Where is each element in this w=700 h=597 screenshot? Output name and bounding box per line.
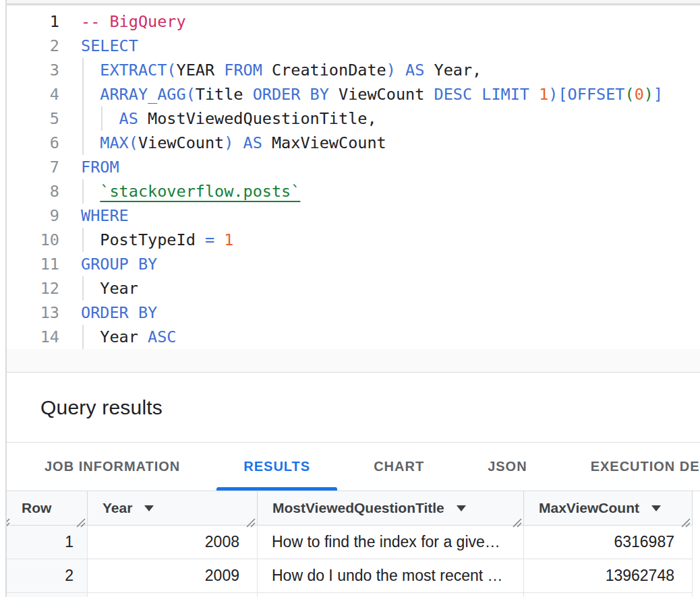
query-results-header: Query results [7,373,700,443]
line-number: 2 [7,34,59,58]
code-token: GROUP BY [81,255,157,274]
code-token: 1 [539,85,548,104]
column-label: Year [103,500,132,516]
code-token [81,85,100,104]
code-token: ViewCount [329,85,434,104]
indent-guide [82,58,84,82]
code-token: 1 [224,230,233,249]
column-header-year[interactable]: Year [88,491,258,525]
code-text: SELECT [81,34,138,58]
code-line[interactable]: 6 MAX(ViewCount) AS MaxViewCount [7,131,700,155]
code-token: ) [644,85,653,104]
code-token: WHERE [81,206,129,225]
code-token: ] [653,85,663,104]
code-text: MAX(ViewCount) AS MaxViewCount [81,131,386,155]
code-token: ORDER BY [81,303,157,322]
line-number: 11 [7,252,59,276]
code-token [81,109,119,128]
line-number: 6 [7,131,59,155]
indent-guide [82,131,84,155]
code-token: ViewCount [138,133,224,152]
code-token: CreationDate [262,61,386,80]
cell-year: 2009 [88,559,258,592]
code-token: Year, [424,61,482,80]
cell-row: 1 [7,526,88,559]
sql-editor[interactable]: 1-- BigQuery2SELECT3 EXTRACT(YEAR FROM C… [7,5,700,373]
tab-chart[interactable]: CHART [347,443,451,491]
tab-job-information[interactable]: JOB INFORMATION [18,443,207,491]
editor-tabbar-edge [7,0,700,5]
code-line[interactable]: 9WHERE [7,203,700,228]
column-resize-grip[interactable] [680,515,691,525]
active-tab-indicator [216,487,337,491]
cell-year: 2008 [88,526,258,559]
code-token: Year [81,279,138,298]
code-line[interactable]: 12 Year [7,276,700,301]
line-number: 9 [7,203,59,228]
code-token: EXTRACT( [100,61,176,80]
indent-guide [82,179,84,203]
cell-mostviewedquestiontitle: How to find the index for a give… [258,526,524,559]
code-token: ORDER BY [253,85,329,104]
table-row: 22009How do I undo the most recent …1396… [7,559,693,593]
cell-maxviewcount: 6316987 [524,526,693,559]
code-token: Title [196,85,253,104]
column-menu-arrow-icon[interactable] [651,505,661,511]
code-token: ) AS [224,133,262,152]
line-number: 12 [7,276,59,301]
table-reference-link[interactable]: `stackoverflow.posts` [100,182,300,201]
tab-label: JSON [488,459,527,474]
column-header-mostviewedquestiontitle[interactable]: MostViewedQuestionTitle [258,491,524,525]
indent-guide [101,106,103,131]
tab-json[interactable]: JSON [461,443,554,491]
column-header-maxviewcount[interactable]: MaxViewCount [524,491,693,525]
code-line[interactable]: 10 PostTypeId = 1 [7,228,700,252]
code-line[interactable]: 5 AS MostViewedQuestionTitle, [7,106,700,131]
code-text: -- BigQuery [81,9,186,34]
column-label: MaxViewCount [539,500,639,516]
code-text: EXTRACT(YEAR FROM CreationDate) AS Year, [81,58,482,82]
tab-label: CHART [374,459,424,474]
column-resize-grip[interactable] [245,515,256,525]
indent-guide [82,325,84,349]
cell-maxviewcount: 13962748 [524,559,693,592]
column-resize-grip[interactable] [512,515,522,525]
line-number: 7 [7,155,59,179]
code-text: Year [81,276,138,301]
tab-results[interactable]: RESULTS [216,443,337,491]
code-text: WHERE [81,203,129,228]
column-resize-grip[interactable] [7,515,10,525]
cell-row: 2 [7,559,88,592]
code-token: = [205,230,224,249]
line-number: 8 [7,179,59,203]
code-line[interactable]: 4 ARRAY_AGG(Title ORDER BY ViewCount DES… [7,82,700,106]
code-line[interactable]: 3 EXTRACT(YEAR FROM CreationDate) AS Yea… [7,58,700,82]
code-line[interactable]: 1-- BigQuery [7,9,700,34]
code-text: `stackoverflow.posts` [81,179,300,203]
indent-guide [82,82,84,106]
column-resize-grip[interactable] [76,515,86,525]
line-number: 14 [7,325,59,349]
column-label: Row [22,500,51,516]
code-token: 0 [635,85,644,104]
column-menu-arrow-icon[interactable] [457,505,466,511]
code-line[interactable]: 14 Year ASC [7,325,700,349]
code-token: SELECT [81,36,138,55]
code-token [81,133,100,152]
code-line[interactable]: 13ORDER BY [7,301,700,325]
code-token: FROM [224,61,262,80]
code-line[interactable]: 7FROM [7,155,700,179]
code-line[interactable]: 8 `stackoverflow.posts` [7,179,700,203]
code-token: ( [624,85,634,104]
table-row: 12008How to find the index for a give…63… [7,526,693,559]
code-line[interactable]: 11GROUP BY [7,252,700,276]
code-text: FROM [81,155,119,179]
cell-maxviewcount [524,593,693,597]
tab-execution-details[interactable]: EXECUTION DETAILS [564,443,700,491]
code-token: ARRAY_AGG( [100,85,195,104]
line-number: 1 [7,9,59,34]
code-line[interactable]: 2SELECT [7,34,700,58]
column-menu-arrow-icon[interactable] [144,505,154,511]
cell-row [7,593,88,597]
code-text: AS MostViewedQuestionTitle, [81,106,377,131]
